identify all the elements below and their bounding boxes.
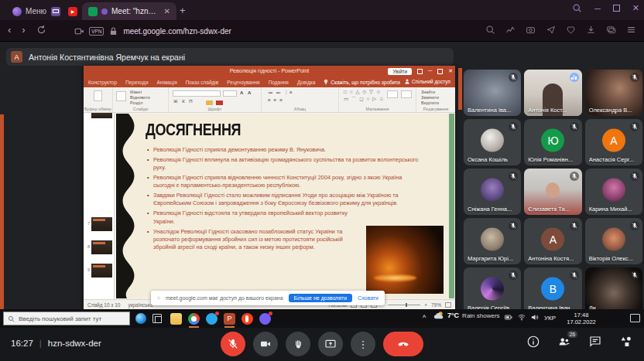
- quick-styles-button[interactable]: [401, 90, 412, 98]
- forward-icon[interactable]: ›: [22, 24, 25, 36]
- sign-in-button[interactable]: Увійти: [388, 68, 412, 75]
- telegram-icon[interactable]: [206, 313, 218, 325]
- reader-stats-icon[interactable]: [505, 25, 516, 35]
- tray-expand-icon[interactable]: ^: [423, 314, 426, 322]
- powerpoint-taskbar-icon[interactable]: P: [224, 313, 235, 325]
- participant-tile[interactable]: Маргарита Юрі...: [464, 218, 521, 264]
- paste-button[interactable]: [94, 90, 102, 101]
- language-switcher[interactable]: УКР: [544, 315, 556, 322]
- yandex-browser-icon[interactable]: [242, 313, 253, 325]
- zoom-level[interactable]: 79%: [431, 302, 441, 308]
- activities-icon[interactable]: [619, 335, 633, 349]
- participant-tile[interactable]: Сніжана Генна...: [464, 169, 521, 215]
- participant-tile[interactable]: Валентина Іва...: [464, 70, 521, 116]
- browser-menu-icon[interactable]: [626, 25, 636, 35]
- tab-pinned-youtube[interactable]: ▶: [65, 2, 80, 20]
- section-menu-item[interactable]: Розділ: [130, 100, 150, 106]
- font-name-combobox[interactable]: [173, 90, 221, 97]
- wallet-cards-icon[interactable]: [606, 25, 616, 35]
- chat-panel-icon[interactable]: [588, 335, 602, 349]
- bookmark-heart-icon[interactable]: [566, 25, 576, 35]
- close-tab-icon[interactable]: ✕: [164, 7, 170, 15]
- fit-to-window-icon[interactable]: [445, 302, 451, 308]
- cortana-icon[interactable]: [135, 313, 146, 324]
- ppt-minimize-icon[interactable]: ─: [428, 67, 432, 75]
- stop-allowing-button[interactable]: Більше не дозволяти: [289, 294, 353, 302]
- find-button[interactable]: Знайти: [421, 90, 439, 95]
- lock-icon[interactable]: [108, 26, 118, 36]
- participant-tile[interactable]: Карина Михай...: [585, 169, 642, 215]
- ppt-share-button[interactable]: Спільний доступ: [405, 79, 450, 84]
- slide-thumbnail-7[interactable]: [91, 217, 112, 231]
- vpn-badge[interactable]: VPN: [89, 27, 104, 36]
- participants-panel-icon[interactable]: 26: [557, 335, 571, 349]
- task-view-icon[interactable]: [152, 314, 162, 323]
- tell-me-box[interactable]: Скажіть, що потрібно зробити: [324, 79, 400, 85]
- participant-tile[interactable]: Олександра В...: [585, 70, 642, 116]
- tab-meet-active[interactable]: Meet: "hzn-sdwx-der" ✕: [82, 2, 176, 20]
- font-size-combobox[interactable]: [223, 90, 237, 97]
- viber-icon[interactable]: [259, 313, 271, 325]
- shapes-gallery[interactable]: □ ○ △ ◇ ▽ ☆: [344, 89, 382, 95]
- participant-tile[interactable]: Вікторія Олекс...: [585, 218, 642, 264]
- taskbar-search-box[interactable]: Введіть пошуковий запит тут: [3, 312, 130, 325]
- tab-menu[interactable]: Меню: [6, 2, 53, 20]
- reload-icon[interactable]: [36, 25, 46, 35]
- tab-search-icon[interactable]: [572, 3, 582, 13]
- bold-italic-underline-buttons[interactable]: Ж К П: [173, 99, 194, 104]
- ribbon-tab[interactable]: Переходи: [125, 80, 148, 85]
- ribbon-options-icon[interactable]: [417, 69, 423, 74]
- screenshot-icon[interactable]: [526, 25, 536, 35]
- file-explorer-icon[interactable]: [170, 313, 182, 325]
- participant-tile[interactable]: Оксана Кошіль: [464, 119, 521, 165]
- system-tray[interactable]: [505, 314, 539, 321]
- arrange-button[interactable]: [387, 90, 398, 98]
- highlight-color-button[interactable]: [206, 100, 213, 105]
- participant-tile[interactable]: Ю Юлія Романівн...: [524, 119, 581, 165]
- more-options-button[interactable]: ⋮: [351, 332, 375, 356]
- minimize-window-icon[interactable]: ─: [594, 4, 601, 13]
- ppt-restore-icon[interactable]: [437, 69, 443, 74]
- slide-thumbnail-partial[interactable]: [91, 113, 112, 118]
- shapes-gallery-row2[interactable]: ▭ ⌒ ◻ ○ ▷ ✩: [344, 96, 384, 102]
- reset-menu-item[interactable]: Відновити: [130, 95, 150, 100]
- bullet-list-buttons[interactable]: ≔ ≕ ⋮≡: [268, 90, 293, 96]
- back-icon[interactable]: ‹: [8, 24, 11, 36]
- slide-thumbnail-9[interactable]: [91, 264, 112, 278]
- share-send-icon[interactable]: [546, 25, 556, 35]
- new-slide-button[interactable]: [116, 91, 126, 101]
- ribbon-tab[interactable]: Анімація: [157, 80, 177, 85]
- downloads-icon[interactable]: [586, 25, 596, 35]
- replace-button[interactable]: Замінити: [421, 95, 439, 100]
- new-tab-button[interactable]: +: [180, 5, 186, 16]
- action-center-icon[interactable]: [630, 314, 640, 322]
- participant-tile[interactable]: Ли...: [585, 267, 642, 314]
- ribbon-tab[interactable]: Довідка: [297, 80, 315, 85]
- ribbon-tab[interactable]: Рецензування: [227, 80, 259, 85]
- slide-thumbnail-panel[interactable]: 7 8 9 10: [84, 113, 115, 299]
- ppt-close-icon[interactable]: ✕: [448, 67, 453, 75]
- grow-shrink-font-buttons[interactable]: А А: [240, 90, 252, 95]
- ribbon-tab[interactable]: Конструктор: [88, 80, 117, 85]
- meeting-details-icon[interactable]: [526, 335, 540, 349]
- hide-link[interactable]: Сховати: [358, 295, 379, 301]
- zoom-in-icon[interactable]: +: [424, 302, 427, 308]
- mic-toggle-button[interactable]: [221, 332, 245, 356]
- tab-pinned-mail[interactable]: [48, 2, 63, 20]
- participant-tile[interactable]: Єлизавета Та...: [524, 169, 581, 215]
- tab-camera-icon[interactable]: [74, 26, 84, 36]
- ribbon-tab[interactable]: Подання: [269, 80, 289, 85]
- maximize-window-icon[interactable]: [613, 5, 620, 12]
- participant-tile[interactable]: А Антоніна Костя...: [524, 218, 581, 264]
- zoom-slider[interactable]: [388, 305, 420, 305]
- select-button[interactable]: Виділити: [421, 100, 439, 106]
- layout-menu-item[interactable]: Макет: [130, 90, 150, 95]
- slide-thumbnail-8[interactable]: [91, 240, 112, 254]
- font-color-button[interactable]: [216, 100, 223, 105]
- camera-toggle-button[interactable]: [253, 332, 278, 356]
- browser-taskbar-icon[interactable]: [188, 313, 200, 325]
- present-button[interactable]: [318, 332, 343, 356]
- participant-tile[interactable]: А Анастасія Серг...: [585, 119, 642, 165]
- participant-tile[interactable]: В Валентина Іван...: [524, 267, 581, 314]
- url-field[interactable]: VPN meet.google.com/hzn-sdwx-der: [68, 23, 486, 39]
